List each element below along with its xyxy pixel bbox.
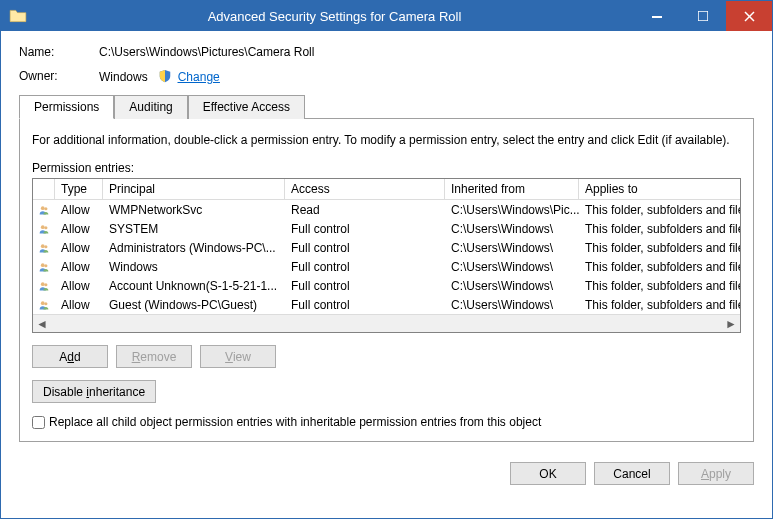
user-icon [33,258,55,276]
ok-button[interactable]: OK [510,462,586,485]
horizontal-scrollbar[interactable]: ◄ ► [33,314,740,332]
owner-value: Windows [99,70,148,84]
cell-access: Full control [285,240,445,256]
column-principal[interactable]: Principal [103,179,285,199]
svg-point-11 [44,264,47,267]
cell-inherited: C:\Users\Windows\ [445,240,579,256]
cell-inherited: C:\Users\Windows\ [445,278,579,294]
cell-applies: This folder, subfolders and files [579,240,740,256]
footer: OK Cancel Apply [1,452,772,499]
cell-access: Full control [285,297,445,313]
cell-inherited: C:\Users\Windows\Pic... [445,202,579,218]
column-type[interactable]: Type [55,179,103,199]
svg-point-8 [41,244,45,248]
window-title: Advanced Security Settings for Camera Ro… [35,9,634,24]
entries-label: Permission entries: [32,161,741,175]
table-row[interactable]: AllowAccount Unknown(S-1-5-21-1...Full c… [33,276,740,295]
name-value: C:\Users\Windows\Pictures\Camera Roll [99,45,314,59]
svg-point-9 [44,245,47,248]
cell-inherited: C:\Users\Windows\ [445,259,579,275]
cell-type: Allow [55,202,103,218]
cell-type: Allow [55,221,103,237]
svg-point-13 [44,283,47,286]
change-owner-link[interactable]: Change [178,70,220,84]
cell-principal: Guest (Windows-PC\Guest) [103,297,285,313]
column-access[interactable]: Access [285,179,445,199]
cell-applies: This folder, subfolders and files [579,297,740,313]
cell-type: Allow [55,278,103,294]
view-button[interactable]: View [200,345,276,368]
tab-auditing[interactable]: Auditing [114,95,187,119]
cell-applies: This folder, subfolders and files [579,259,740,275]
table-row[interactable]: AllowWindowsFull controlC:\Users\Windows… [33,257,740,276]
table-header: Type Principal Access Inherited from App… [33,179,740,200]
maximize-button[interactable] [680,1,726,31]
disable-inheritance-button[interactable]: Disable inheritance [32,380,156,403]
column-inherited[interactable]: Inherited from [445,179,579,199]
tab-effective-access[interactable]: Effective Access [188,95,305,119]
name-label: Name: [19,45,99,59]
scroll-right-icon[interactable]: ► [724,317,738,331]
svg-point-6 [41,225,45,229]
cell-access: Full control [285,259,445,275]
svg-rect-1 [698,11,708,21]
cell-principal: Windows [103,259,285,275]
user-icon [33,220,55,238]
scroll-left-icon[interactable]: ◄ [35,317,49,331]
svg-rect-0 [652,16,662,18]
column-icon[interactable] [33,179,55,199]
cell-inherited: C:\Users\Windows\ [445,221,579,237]
cell-applies: This folder, subfolders and files [579,221,740,237]
titlebar[interactable]: Advanced Security Settings for Camera Ro… [1,1,772,31]
column-applies[interactable]: Applies to [579,179,740,199]
cell-applies: This folder, subfolders and files [579,278,740,294]
cell-principal: SYSTEM [103,221,285,237]
table-row[interactable]: AllowGuest (Windows-PC\Guest)Full contro… [33,295,740,314]
cancel-button[interactable]: Cancel [594,462,670,485]
cell-access: Full control [285,278,445,294]
permission-table: Type Principal Access Inherited from App… [32,178,741,333]
close-button[interactable] [726,1,772,31]
tab-panel: For additional information, double-click… [19,119,754,442]
apply-button[interactable]: Apply [678,462,754,485]
cell-principal: Account Unknown(S-1-5-21-1... [103,278,285,294]
folder-icon [7,5,29,27]
svg-point-12 [41,282,45,286]
tab-permissions[interactable]: Permissions [19,95,114,119]
cell-inherited: C:\Users\Windows\ [445,297,579,313]
cell-type: Allow [55,240,103,256]
user-icon [33,296,55,314]
svg-point-4 [41,206,45,210]
replace-entries-label: Replace all child object permission entr… [49,415,541,429]
user-icon [33,277,55,295]
table-row[interactable]: AllowSYSTEMFull controlC:\Users\Windows\… [33,219,740,238]
add-button[interactable]: Add [32,345,108,368]
owner-label: Owner: [19,69,99,84]
cell-applies: This folder, subfolders and files [579,202,740,218]
shield-icon [158,69,172,83]
remove-button[interactable]: Remove [116,345,192,368]
tabs: Permissions Auditing Effective Access [19,94,754,119]
replace-entries-checkbox[interactable] [32,416,45,429]
user-icon [33,239,55,257]
cell-access: Read [285,202,445,218]
svg-point-10 [41,263,45,267]
svg-point-15 [44,302,47,305]
svg-point-7 [44,226,47,229]
cell-principal: WMPNetworkSvc [103,202,285,218]
table-row[interactable]: AllowWMPNetworkSvcReadC:\Users\Windows\P… [33,200,740,219]
info-text: For additional information, double-click… [32,133,741,147]
cell-type: Allow [55,259,103,275]
cell-access: Full control [285,221,445,237]
user-icon [33,201,55,219]
table-row[interactable]: AllowAdministrators (Windows-PC\...Full … [33,238,740,257]
svg-point-5 [44,207,47,210]
svg-point-14 [41,301,45,305]
cell-principal: Administrators (Windows-PC\... [103,240,285,256]
minimize-button[interactable] [634,1,680,31]
cell-type: Allow [55,297,103,313]
